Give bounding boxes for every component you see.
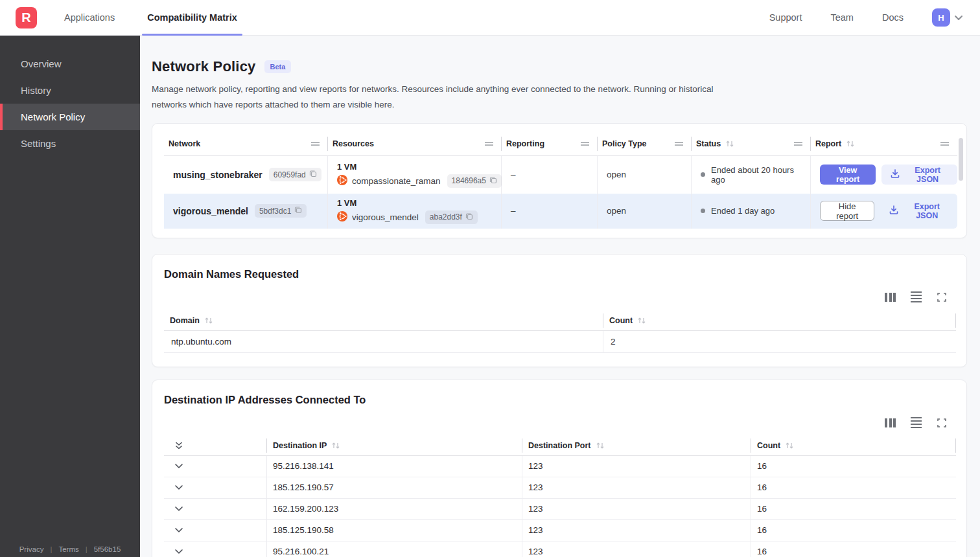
- density-icon[interactable]: [911, 417, 922, 429]
- status-dot-icon: [701, 209, 705, 213]
- copy-icon[interactable]: [309, 170, 317, 179]
- column-header-resources[interactable]: Resources: [328, 132, 502, 155]
- nav-link-support[interactable]: Support: [769, 12, 802, 23]
- table-scrollbar[interactable]: [959, 138, 963, 181]
- vm-os-icon: [337, 211, 347, 223]
- fullscreen-icon[interactable]: [937, 292, 947, 302]
- drag-handle-icon[interactable]: [580, 141, 590, 146]
- privacy-link[interactable]: Privacy: [19, 545, 44, 553]
- column-header-report[interactable]: Report: [811, 132, 957, 155]
- column-header-network[interactable]: Network: [164, 132, 328, 155]
- drag-handle-icon[interactable]: [310, 141, 320, 146]
- sort-icon[interactable]: [637, 317, 646, 324]
- network-id-badge: 60959fad: [269, 168, 321, 181]
- sort-icon[interactable]: [785, 442, 794, 449]
- column-label: Destination IP: [273, 441, 327, 450]
- network-row-musing-stonebraker[interactable]: musing_stonebraker 60959fad 1 VM compass…: [164, 156, 957, 194]
- sidebar-footer: Privacy | Terms | 5f56b15: [0, 545, 140, 553]
- sidebar-item-overview[interactable]: Overview: [0, 51, 140, 77]
- column-header-policy-type[interactable]: Policy Type: [598, 132, 692, 155]
- hide-report-button[interactable]: Hide report: [820, 201, 874, 221]
- destination-ip: 162.159.200.123: [267, 499, 522, 519]
- count-value: 16: [751, 520, 956, 541]
- terms-link[interactable]: Terms: [58, 545, 78, 553]
- export-json-button[interactable]: Export JSON: [881, 165, 957, 185]
- destination-ip: 185.125.190.57: [267, 477, 522, 498]
- sort-icon[interactable]: [596, 442, 605, 449]
- column-header-destination-ip[interactable]: Destination IP: [267, 436, 522, 455]
- expand-all-icon[interactable]: [164, 436, 267, 455]
- top-navbar: R Applications Compatibility Matrix Supp…: [0, 0, 980, 36]
- column-label: Policy Type: [602, 139, 647, 148]
- status-dot-icon: [701, 172, 705, 177]
- nav-tab-compatibility-matrix[interactable]: Compatibility Matrix: [142, 0, 242, 36]
- drag-handle-icon[interactable]: [674, 141, 684, 146]
- destination-port: 123: [522, 456, 751, 477]
- network-row-vigorous-mendel[interactable]: vigorous_mendel 5bdf3dc1 1 VM vigorous_m…: [164, 194, 957, 229]
- sort-icon[interactable]: [725, 140, 734, 148]
- domains-card: Domain Names Requested Domain Count ntp.…: [152, 254, 967, 367]
- destinations-card: Destination IP Addresses Connected To De…: [152, 380, 967, 557]
- column-label: Domain: [170, 316, 200, 325]
- download-icon: [890, 168, 900, 181]
- domains-toolbar: [164, 291, 947, 303]
- reporting-value: –: [502, 156, 598, 194]
- expand-row-icon[interactable]: [164, 541, 267, 557]
- columns-icon[interactable]: [885, 293, 896, 302]
- destination-row: 162.159.200.123 123 16: [164, 499, 956, 520]
- column-header-domain[interactable]: Domain: [164, 311, 603, 330]
- sort-icon[interactable]: [846, 140, 855, 148]
- chevron-down-icon[interactable]: [954, 15, 963, 21]
- status-cell: Ended about 20 hours ago: [692, 156, 811, 194]
- network-name: vigorous_mendel: [173, 206, 248, 216]
- column-header-status[interactable]: Status: [692, 132, 811, 155]
- column-header-destination-port[interactable]: Destination Port: [522, 436, 751, 455]
- sidebar-item-network-policy[interactable]: Network Policy: [0, 104, 140, 130]
- nav-link-docs[interactable]: Docs: [882, 12, 904, 23]
- export-json-button[interactable]: Export JSON: [880, 201, 957, 221]
- footer-divider: |: [50, 545, 52, 553]
- sort-icon[interactable]: [204, 317, 213, 324]
- destination-row: 95.216.100.21 123 16: [164, 541, 956, 557]
- vm-id-badge: aba2dd3f: [425, 210, 478, 224]
- beta-badge: Beta: [264, 60, 292, 73]
- avatar[interactable]: H: [932, 8, 950, 27]
- sidebar-item-settings[interactable]: Settings: [0, 130, 140, 157]
- sidebar-item-history[interactable]: History: [0, 77, 140, 104]
- policy-type-value: open: [598, 156, 692, 194]
- fullscreen-icon[interactable]: [937, 418, 947, 428]
- count-value: 2: [603, 331, 956, 352]
- drag-handle-icon[interactable]: [484, 141, 494, 146]
- column-label: Resources: [332, 139, 374, 148]
- column-label: Destination Port: [528, 441, 591, 450]
- column-header-reporting[interactable]: Reporting: [502, 132, 598, 155]
- density-icon[interactable]: [911, 291, 922, 303]
- copy-icon[interactable]: [465, 212, 473, 222]
- status-text: Ended about 20 hours ago: [711, 165, 810, 185]
- copy-icon[interactable]: [489, 176, 497, 186]
- column-header-count[interactable]: Count: [751, 436, 956, 455]
- page-description: Manage network policy, reporting and vie…: [152, 82, 722, 113]
- sort-icon[interactable]: [331, 442, 340, 449]
- app-logo[interactable]: R: [16, 7, 37, 28]
- export-json-label: Export JSON: [906, 166, 949, 184]
- expand-row-icon[interactable]: [164, 477, 267, 498]
- drag-handle-icon[interactable]: [793, 141, 803, 146]
- expand-row-icon[interactable]: [164, 456, 267, 477]
- expand-row-icon[interactable]: [164, 499, 267, 519]
- nav-link-team[interactable]: Team: [830, 12, 853, 23]
- count-value: 16: [751, 541, 956, 557]
- copy-icon[interactable]: [294, 206, 302, 216]
- nav-tab-applications[interactable]: Applications: [59, 0, 120, 36]
- drag-handle-icon[interactable]: [940, 141, 950, 146]
- columns-icon[interactable]: [885, 418, 896, 427]
- networks-card: Network Resources Reporting Policy Type …: [152, 123, 967, 238]
- destination-port: 123: [522, 499, 751, 519]
- expand-row-icon[interactable]: [164, 520, 267, 541]
- column-header-count[interactable]: Count: [603, 311, 956, 330]
- domains-card-title: Domain Names Requested: [164, 255, 956, 280]
- view-report-button[interactable]: View report: [820, 165, 876, 185]
- count-value: 16: [751, 456, 956, 477]
- footer-divider: |: [86, 545, 88, 553]
- report-cell: View report Export JSON: [811, 156, 957, 194]
